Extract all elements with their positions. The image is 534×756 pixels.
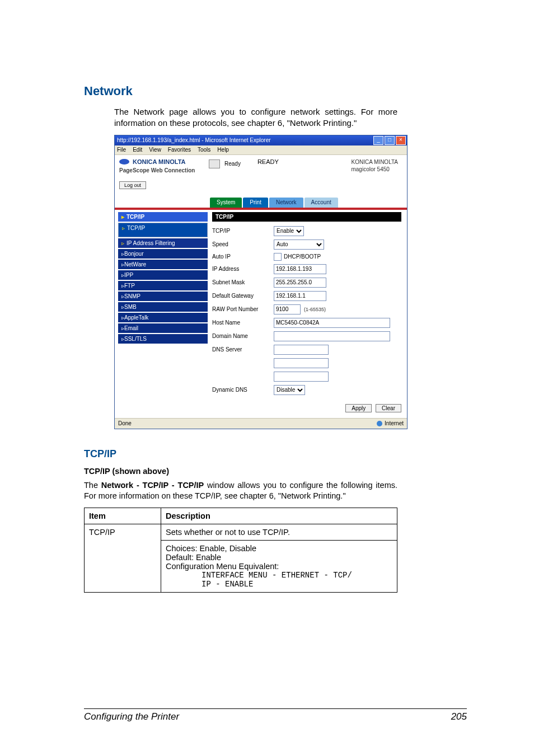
lbl-autoip: Auto IP [212,253,274,260]
sidebar-item-appletalk[interactable]: ▹AppleTalk [118,313,208,322]
sidebar: ▸TCP/IP ▹TCP/IP ▹IP Address Filtering ▹B… [115,210,210,401]
lbl-ipaddr: IP Address [212,266,274,272]
lbl-dns: DNS Server [212,346,274,353]
sidebar-item-bonjour[interactable]: ▹Bonjour [118,249,208,259]
sidebar-item-ipp[interactable]: ▹IPP [118,270,208,280]
brand-logo: KONICA MINOLTA [119,158,209,165]
status-done: Done [118,420,132,426]
sidebar-item-tcpip[interactable]: ▹TCP/IP [118,223,208,237]
sidebar-item-ftp[interactable]: ▹FTP [118,281,208,290]
ie-titlebar: http://192.168.1.193/a_index.html - Micr… [115,135,407,145]
th-desc: Description [161,508,397,524]
input-domain[interactable] [274,331,390,341]
ready-label: Ready [224,161,241,167]
sidebar-item-ssltls[interactable]: ▹SSL/TLS [118,334,208,344]
sidebar-item-snmp[interactable]: ▹SNMP [118,292,208,301]
ready-big: READY [257,158,279,165]
logout-button[interactable]: Log out [119,181,146,189]
tab-bar: System Print Network Account [115,194,407,208]
tab-system[interactable]: System [210,198,242,208]
section-heading: Network [84,84,397,98]
select-speed[interactable]: Auto [274,240,324,250]
input-dns1[interactable] [274,345,329,355]
checkbox-autoip[interactable] [274,253,282,261]
tcpip-heading: TCP/IP [84,448,397,460]
select-dyndns[interactable]: Disable [274,385,305,395]
chk-label-autoip: DHCP/BOOTP [284,253,321,260]
tab-account[interactable]: Account [305,198,338,208]
range-rawport: (1-65535) [304,307,326,312]
settings-table: Item Description TCP/IP Sets whether or … [84,508,397,593]
input-ipaddr[interactable] [274,264,326,274]
input-gateway[interactable] [274,291,326,301]
ie-statusbar: Done Internet [115,418,407,429]
lbl-tcpip: TCP/IP [212,228,274,234]
minimize-icon[interactable]: _ [373,136,383,145]
select-tcpip[interactable]: Enable [274,226,304,236]
intro-paragraph: The Network page allows you to configure… [114,106,397,129]
ie-title-text: http://192.168.1.193/a_index.html - Micr… [117,137,271,143]
sidebar-header[interactable]: ▸TCP/IP [118,212,208,222]
tcpip-description: The Network - TCP/IP - TCP/IP window all… [84,480,397,502]
maximize-icon[interactable]: □ [385,136,395,145]
lbl-dyndns: Dynamic DNS [212,387,274,393]
brand-text: KONICA MINOLTA [133,158,186,165]
form-title: TCP/IP [212,212,401,222]
zone-label: Internet [385,420,404,426]
input-subnet[interactable] [274,278,326,288]
printer-icon [209,159,220,168]
menu-view[interactable]: View [149,147,161,153]
footer-left: Configuring the Printer [84,711,179,722]
cell-desc-block: Choices: Enable, Disable Default: Enable… [161,540,397,592]
menu-favorites[interactable]: Favorites [168,147,191,153]
logo-oval-icon [119,159,129,165]
sidebar-item-netware[interactable]: ▹NetWare [118,260,208,269]
close-icon[interactable]: × [396,136,406,145]
apply-button[interactable]: Apply [345,404,372,412]
ie-window: http://192.168.1.193/a_index.html - Micr… [114,135,407,429]
lbl-domain: Domain Name [212,333,274,339]
input-dns2[interactable] [274,358,329,368]
th-item: Item [85,508,161,524]
sidebar-item-smb[interactable]: ▹SMB [118,302,208,312]
sidebar-item-email[interactable]: ▹Email [118,323,208,333]
menu-tools[interactable]: Tools [198,147,210,153]
menu-file[interactable]: File [117,147,126,153]
cell-desc-line1: Sets whether or not to use TCP/IP. [161,524,397,540]
pagescope-label: PageScope Web Connection [119,167,209,173]
footer-page-number: 205 [451,711,467,722]
page-footer: Configuring the Printer 205 [84,708,467,722]
input-rawport[interactable] [274,304,301,314]
lbl-gateway: Default Gateway [212,293,274,299]
form-area: TCP/IP TCP/IPEnable SpeedAuto Auto IPDHC… [210,210,407,401]
ie-menubar: File Edit View Favorites Tools Help [115,145,407,155]
clear-button[interactable]: Clear [376,404,401,412]
input-dns3[interactable] [274,372,329,382]
zone-icon [377,421,382,426]
model-label: magicolor 5450 [351,166,398,173]
tab-network[interactable]: Network [269,198,303,208]
lbl-rawport: RAW Port Number [212,306,274,312]
input-hostname[interactable] [274,318,390,328]
menu-edit[interactable]: Edit [133,147,142,153]
lbl-hostname: Host Name [212,320,274,326]
tab-print[interactable]: Print [243,198,268,208]
sidebar-item-ipfilter[interactable]: ▹IP Address Filtering [118,238,208,248]
lbl-speed: Speed [212,241,274,247]
tcpip-shown-above: TCP/IP (shown above) [84,467,397,476]
menu-help[interactable]: Help [217,147,229,153]
lbl-subnet: Subnet Mask [212,279,274,285]
company-label: KONICA MINOLTA [351,158,398,166]
cell-item-tcpip: TCP/IP [85,524,161,592]
